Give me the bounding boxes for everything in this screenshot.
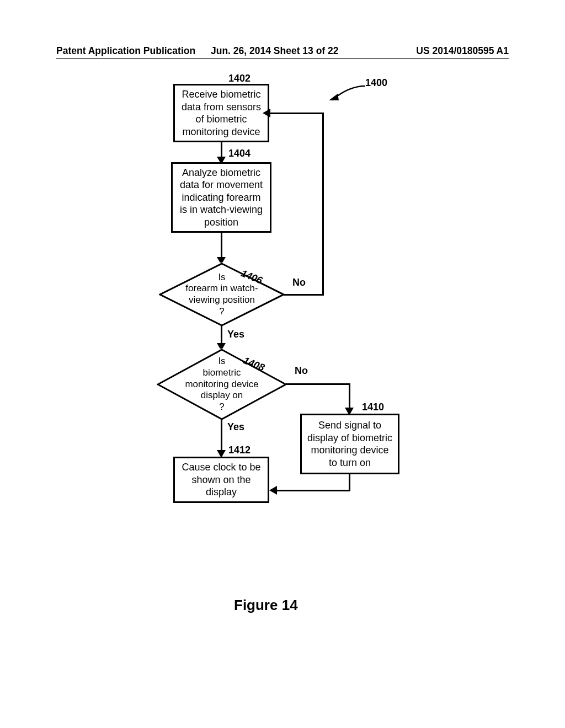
edge-1408-no-h <box>286 383 350 385</box>
decision-1406: Is forearm in watch- viewing position ? <box>159 263 285 326</box>
figure-caption: Figure 14 <box>234 597 298 614</box>
svg-marker-0 <box>329 94 339 100</box>
page-header: Patent Application Publication Jun. 26, … <box>30 45 535 62</box>
ref-1402: 1402 <box>228 73 250 84</box>
decision-1408-text: Is biometric monitoring device display o… <box>157 349 287 420</box>
arrowhead-1406-loop <box>263 109 270 117</box>
edge-1408-no-v <box>349 383 350 410</box>
label-1406-yes: Yes <box>227 329 244 340</box>
box-receive-biometric: Receive biometric data from sensors of b… <box>173 84 269 142</box>
edge-1408-1412 <box>221 419 222 452</box>
header-left: Patent Application Publication <box>56 45 195 57</box>
box-1412-text: Cause clock to be shown on the display <box>179 461 263 499</box>
box-1404-text: Analyze biometric data for movement indi… <box>177 167 265 229</box>
edge-1410-v <box>349 474 350 491</box>
edge-1406-no-h <box>284 294 323 296</box>
header-right: US 2014/0180595 A1 <box>416 45 509 57</box>
edge-1406-1408 <box>221 325 222 345</box>
arrowhead-1410-1412 <box>269 486 277 495</box>
edge-1410-h <box>276 490 350 491</box>
box-cause-clock: Cause clock to be shown on the display <box>173 457 269 503</box>
decision-1406-text: Is forearm in watch- viewing position ? <box>159 263 285 326</box>
edge-1406-no-top <box>269 113 323 114</box>
label-1408-yes: Yes <box>227 421 244 433</box>
edge-1404-1406 <box>221 233 222 259</box>
header-mid: Jun. 26, 2014 Sheet 13 of 22 <box>211 45 339 57</box>
label-1406-no: No <box>292 277 306 288</box>
decision-1408: Is biometric monitoring device display o… <box>157 349 287 420</box>
edge-1406-no-v <box>322 113 324 296</box>
ref-1400: 1400 <box>365 77 387 89</box>
flowchart: 1400 1402 Receive biometric data from se… <box>30 74 535 659</box>
box-send-signal: Send signal to display of biometric moni… <box>300 414 399 474</box>
box-analyze-biometric: Analyze biometric data for movement indi… <box>171 162 271 233</box>
ref-1410: 1410 <box>362 402 384 413</box>
ref-1412: 1412 <box>228 445 250 456</box>
ref-1404: 1404 <box>228 148 250 159</box>
header-rule <box>56 58 509 59</box>
box-1402-text: Receive biometric data from sensors of b… <box>179 88 263 138</box>
leader-1400 <box>328 84 366 103</box>
label-1408-no: No <box>295 365 308 377</box>
box-1410-text: Send signal to display of biometric moni… <box>306 419 393 469</box>
